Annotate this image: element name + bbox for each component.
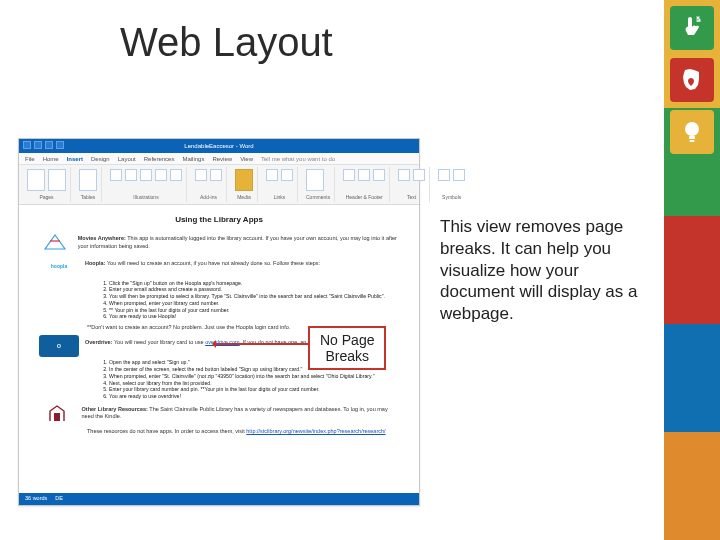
icon-stack bbox=[670, 6, 714, 154]
tab-design: Design bbox=[91, 156, 110, 162]
stc-logo bbox=[39, 402, 76, 424]
touch-icon bbox=[670, 6, 714, 50]
doc-heading: Using the Library Apps bbox=[39, 215, 399, 225]
tab-references: References bbox=[144, 156, 175, 162]
svg-rect-3 bbox=[54, 413, 60, 421]
tellme: Tell me what you want to do bbox=[261, 156, 335, 162]
callout-arrow bbox=[214, 343, 308, 345]
tab-mailings: Mailings bbox=[182, 156, 204, 162]
tab-home: Home bbox=[43, 156, 59, 162]
tab-review: Review bbox=[212, 156, 232, 162]
callout-line2: Breaks bbox=[320, 348, 374, 364]
svg-rect-1 bbox=[689, 136, 695, 139]
word-screenshot: LendableEaccesor - Word File Home Insert… bbox=[18, 138, 420, 506]
callout-line1: No Page bbox=[320, 332, 374, 348]
word-ribbon: Pages Tables Illustrations Add-ins Media… bbox=[19, 165, 419, 205]
ohio-icon bbox=[670, 58, 714, 102]
hoopla-steps: Click the "Sign up" button on the Hoopla… bbox=[99, 280, 399, 321]
tab-insert: Insert bbox=[67, 156, 83, 162]
tab-file: File bbox=[25, 156, 35, 162]
slide-title: Web Layout bbox=[120, 20, 333, 65]
overdrive-logo: O bbox=[39, 335, 79, 357]
word-tabs: File Home Insert Design Layout Reference… bbox=[19, 153, 419, 165]
tab-layout: Layout bbox=[118, 156, 136, 162]
word-title: LendableEaccesor - Word bbox=[184, 143, 253, 149]
body-paragraph: This view removes page breaks. It can he… bbox=[440, 216, 648, 325]
quick-access-toolbar bbox=[23, 141, 64, 149]
word-titlebar: LendableEaccesor - Word bbox=[19, 139, 419, 153]
lightbulb-icon bbox=[670, 110, 714, 154]
word-statusbar: 36 words DE bbox=[19, 493, 419, 505]
footer-link: http://stclibrary.org/newsite/index.php?… bbox=[246, 428, 385, 434]
svg-rect-2 bbox=[690, 140, 695, 142]
svg-point-0 bbox=[685, 122, 699, 136]
tab-view: View bbox=[240, 156, 253, 162]
callout-box: No Page Breaks bbox=[308, 326, 386, 370]
hoopla-logo: hoopla bbox=[39, 256, 79, 278]
movies-anywhere-logo bbox=[39, 231, 72, 253]
